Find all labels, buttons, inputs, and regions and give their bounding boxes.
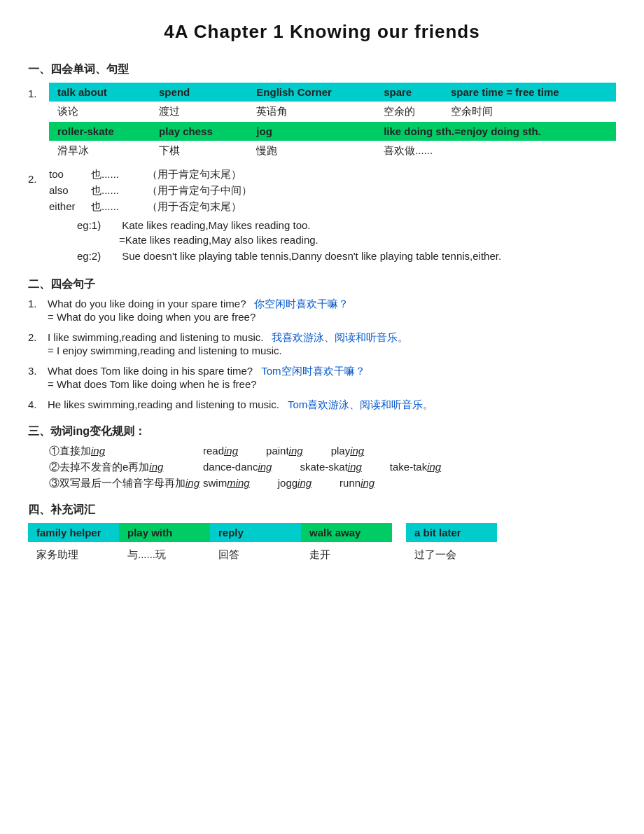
grammar-note-also: （用于肯定句子中间） — [147, 184, 252, 197]
sentence-content-3: What does Tom like doing in his spare ti… — [48, 365, 616, 391]
eg-text-2: Sue doesn't like playing table tennis,Da… — [122, 250, 501, 262]
vocab-cell: spare time = free time — [442, 83, 616, 102]
example-1-block: eg:1) Kate likes reading,May likes readi… — [77, 219, 501, 231]
ing-rule-2-label: ②去掉不发音的e再加ing — [49, 461, 203, 474]
vocab-cell-cn: 谈论 — [49, 102, 150, 122]
sentence-num-4: 4. — [28, 398, 48, 410]
supplement-table: family helper play with reply walk away … — [28, 523, 616, 565]
vocab-row-green-1: roller-skate play chess jog like doing s… — [49, 122, 616, 141]
grammar-also: also 也...... （用于肯定句子中间） — [49, 184, 501, 197]
ing-rule-1-examples: reading painting playing — [203, 445, 364, 457]
item-num-1: 1. — [28, 83, 49, 162]
page-title: 4A Chapter 1 Knowing our friends — [28, 21, 616, 43]
sentence-line-4a: He likes swimming,reading and listening … — [48, 398, 279, 410]
sentence-num-1: 1. — [28, 298, 48, 310]
supplement-row-plain: 家务助理 与......玩 回答 走开 过了一会 — [28, 545, 616, 565]
ing-example-skating: skate-skating — [300, 461, 361, 473]
grammar-word-too: too — [49, 168, 91, 181]
vocab-cell: like doing sth.=enjoy doing sth. — [375, 122, 616, 141]
ing-example-painting: painting — [266, 445, 303, 457]
sentence-item-4: 4. He likes swimming,reading and listeni… — [28, 398, 616, 412]
sentence-line-3-wrap: What does Tom like doing in his spare ti… — [48, 365, 616, 378]
sentence-translation-2: 我喜欢游泳、阅读和听音乐。 — [272, 331, 408, 345]
ing-rule-3: ③双写最后一个辅音字母再加ing swimming jogging runnin… — [49, 477, 616, 490]
eg-label-2: eg:2) — [77, 250, 119, 262]
vocab-cell-cn: 空余时间 — [442, 102, 616, 122]
supp-cn-a-bit-later: 过了一会 — [406, 545, 497, 565]
grammar-note-too: （用于肯定句末尾） — [147, 168, 241, 181]
sentence-translation-3: Tom空闲时喜欢干嘛？ — [261, 365, 365, 378]
ing-rule-3-examples: swimming jogging running — [203, 477, 374, 489]
vocab-cell: English Corner — [248, 83, 375, 102]
ing-example-playing: playing — [331, 445, 365, 457]
ing-rules: ①直接加ing reading painting playing ②去掉不发音的… — [49, 445, 616, 490]
vocab-cell-cn: 慢跑 — [248, 141, 375, 161]
supp-cell-play-with: play with — [119, 523, 210, 542]
vocab-item-1: 1. talk about spend English Corner spare… — [28, 83, 616, 162]
vocab-cell-cn: 渡过 — [150, 102, 248, 122]
section-3-title: 三、动词ing变化规则： — [28, 424, 616, 439]
sentence-translation-1: 你空闲时喜欢干嘛？ — [254, 298, 349, 311]
supp-spacer — [392, 523, 406, 542]
vocab-cell: talk about — [49, 83, 150, 102]
ing-rule-1-label: ①直接加ing — [49, 445, 203, 458]
section-4-title: 四、补充词汇 — [28, 503, 616, 517]
supp-spacer2 — [392, 545, 406, 565]
supp-cell-reply: reply — [210, 523, 301, 542]
vocab-item-2: 2. too 也...... （用于肯定句末尾） also 也...... （用… — [28, 168, 616, 265]
ing-example-running: running — [340, 477, 374, 489]
sentence-num-2: 2. — [28, 331, 48, 343]
sentence-translation-4: Tom喜欢游泳、阅读和听音乐。 — [288, 398, 433, 412]
example-2-block: eg:2) Sue doesn't like playing table ten… — [77, 250, 501, 262]
sentence-item-1: 1. What do you like doing in your spare … — [28, 298, 616, 324]
supplement-row-highlight: family helper play with reply walk away … — [28, 523, 616, 542]
supp-cell-walk-away: walk away — [301, 523, 392, 542]
vocab-cell-cn: 喜欢做...... — [375, 141, 616, 161]
grammar-too: too 也...... （用于肯定句末尾） — [49, 168, 501, 181]
vocab-cell: spend — [150, 83, 248, 102]
item-num-2: 2. — [28, 168, 49, 265]
grammar-cn-either: 也...... — [91, 200, 147, 214]
section-4: 四、补充词汇 family helper play with reply wal… — [28, 503, 616, 565]
eg-text-1: Kate likes reading,May likes reading too… — [122, 219, 310, 231]
sentence-line-2a: I like swimming,reading and listening to… — [48, 331, 263, 343]
vocab-table-1: talk about spend English Corner spare sp… — [49, 83, 616, 161]
eg-label-1: eg:1) — [77, 219, 119, 231]
ing-example-taking: take-taking — [390, 461, 441, 473]
supp-cn-play-with: 与......玩 — [119, 545, 210, 565]
sentence-content-2: I like swimming,reading and listening to… — [48, 331, 616, 358]
sentence-line-1b: = What do you like doing when you are fr… — [48, 311, 616, 323]
section-2-title: 二、四会句子 — [28, 277, 616, 292]
grammar-word-also: also — [49, 184, 91, 197]
section-1: 一、四会单词、句型 1. talk about spend English Co… — [28, 62, 616, 265]
eg-text-1b: =Kate likes reading,May also likes readi… — [119, 234, 318, 246]
supp-cn-walk-away: 走开 — [301, 545, 392, 565]
supp-cn-reply: 回答 — [210, 545, 301, 565]
ing-example-dancing: dance-dancing — [203, 461, 272, 473]
vocab-row-plain-1: 谈论 渡过 英语角 空余的 空余时间 — [49, 102, 616, 122]
vocab-cell: play chess — [150, 122, 248, 141]
grammar-cn-too: 也...... — [91, 168, 147, 181]
vocab-cell: roller-skate — [49, 122, 150, 141]
ing-example-reading: reading — [203, 445, 238, 457]
vocab-cell-cn: 滑早冰 — [49, 141, 150, 161]
grammar-word-either: either — [49, 200, 91, 214]
section-3: 三、动词ing变化规则： ①直接加ing reading painting pl… — [28, 424, 616, 490]
grammar-either: either 也...... （用于否定句末尾） — [49, 200, 501, 214]
sentence-line-2b: = I enjoy swimming,reading and listening… — [48, 345, 616, 356]
ing-example-jogging: jogging — [278, 477, 312, 489]
sentence-content-4: He likes swimming,reading and listening … — [48, 398, 616, 412]
sentence-line-4-wrap: He likes swimming,reading and listening … — [48, 398, 616, 412]
sentence-item-2: 2. I like swimming,reading and listening… — [28, 331, 616, 358]
vocab-cell-cn: 下棋 — [150, 141, 248, 161]
example-1b-block: =Kate likes reading,May also likes readi… — [119, 234, 501, 246]
grammar-cn-also: 也...... — [91, 184, 147, 197]
sentence-line-2-wrap: I like swimming,reading and listening to… — [48, 331, 616, 345]
vocab-row-plain-2: 滑早冰 下棋 慢跑 喜欢做...... — [49, 141, 616, 161]
vocab-row-cyan-1: talk about spend English Corner spare sp… — [49, 83, 616, 102]
vocab-cell-cn: 英语角 — [248, 102, 375, 122]
supp-cn-family-helper: 家务助理 — [28, 545, 119, 565]
vocab-cell-cn: 空余的 — [375, 102, 442, 122]
section-1-title: 一、四会单词、句型 — [28, 62, 616, 77]
sentence-line-3b: = What does Tom like doing when he is fr… — [48, 378, 616, 390]
